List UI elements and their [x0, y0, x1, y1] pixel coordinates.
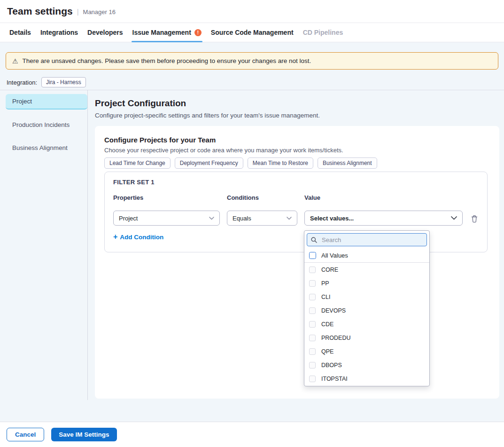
plus-icon: + [113, 233, 117, 241]
title-separator: | [77, 8, 79, 16]
page-title: Team settings [7, 6, 73, 17]
tab-source-code-management-label: Source Code Management [211, 29, 294, 36]
value-dropdown-popup: All Values CORE PP CLI DEVOPS CDE PRODED… [304, 230, 430, 386]
checkbox-cli[interactable] [309, 294, 316, 300]
trash-icon [471, 215, 478, 223]
chevron-down-icon [287, 217, 292, 220]
chip-mean-time-to-restore[interactable]: Mean Time to Restore [248, 157, 313, 169]
sidebar-item-business-alignment-label: Business Alignment [12, 144, 68, 151]
value-select-placeholder: Select values... [310, 215, 354, 222]
delete-condition-button[interactable] [469, 213, 480, 224]
chip-lead-time-for-change[interactable]: Lead Time for Change [104, 157, 171, 169]
option-itopstai-label: ITOPSTAI [321, 376, 348, 382]
card-subtitle: Choose your respective project or code a… [104, 147, 343, 154]
sidebar-item-business-alignment[interactable]: Business Alignment [6, 140, 87, 156]
option-pp-label: PP [321, 280, 329, 287]
configure-projects-card: Configure Projects for your Team Choose … [95, 126, 499, 399]
checkbox-core[interactable] [309, 267, 316, 273]
tab-developers[interactable]: Developers [87, 23, 123, 42]
option-all-values-label: All Values [321, 252, 348, 259]
tab-bar: Details Integrations Developers Issue Ma… [0, 23, 504, 42]
checkbox-pp[interactable] [309, 280, 316, 287]
alert-badge-icon: ! [194, 29, 202, 36]
option-pipe[interactable]: PIPE [304, 385, 429, 386]
panel-divider [0, 90, 504, 90]
column-header-properties: Properties [113, 194, 143, 201]
footer-bar: Cancel Save IM Settings [0, 422, 504, 447]
sidebar-item-production-incidents[interactable]: Production Incidents [6, 117, 87, 133]
option-cli[interactable]: CLI [304, 290, 429, 304]
tab-developers-label: Developers [87, 29, 123, 36]
team-name-label: Manager 16 [83, 7, 116, 16]
checkbox-all-values[interactable] [309, 252, 316, 259]
value-select[interactable]: Select values... [304, 211, 463, 226]
property-select-value: Project [119, 215, 138, 222]
checkbox-cde[interactable] [309, 321, 316, 328]
option-pp[interactable]: PP [304, 276, 429, 290]
section-title: Project Configuration [95, 98, 186, 109]
metric-chips-row: Lead Time for Change Deployment Frequenc… [104, 157, 377, 169]
option-core[interactable]: CORE [304, 263, 429, 276]
tab-details-label: Details [9, 29, 31, 36]
sidebar-item-project-label: Project [12, 98, 32, 105]
option-dbops-label: DBOPS [321, 362, 342, 369]
chevron-down-icon [209, 217, 214, 220]
cancel-button[interactable]: Cancel [7, 428, 44, 441]
option-devops-label: DEVOPS [321, 307, 346, 314]
property-select[interactable]: Project [113, 211, 220, 226]
save-im-settings-button[interactable]: Save IM Settings [51, 428, 116, 441]
checkbox-dbops[interactable] [309, 362, 316, 369]
condition-select-value: Equals [233, 215, 251, 222]
integration-label: Integration: [7, 79, 37, 86]
tab-issue-management[interactable]: Issue Management ! [132, 23, 202, 42]
checkbox-qpe[interactable] [309, 348, 316, 355]
tab-source-code-management[interactable]: Source Code Management [211, 23, 294, 42]
filter-set-box: FILTER SET 1 Properties Conditions Value… [104, 172, 488, 252]
checkbox-devops[interactable] [309, 307, 316, 314]
tab-cd-pipelines: CD Pipelines [303, 23, 343, 42]
add-condition-label: Add Condition [120, 234, 163, 241]
checkbox-itopstai[interactable] [309, 376, 316, 382]
option-cli-label: CLI [321, 294, 330, 300]
integration-chip[interactable]: Jira - Harness [41, 77, 86, 87]
tab-integrations[interactable]: Integrations [40, 23, 78, 42]
tab-integrations-label: Integrations [40, 29, 78, 36]
page-header: Team settings | Manager 16 [0, 0, 504, 23]
column-header-conditions: Conditions [227, 194, 259, 201]
banner-message: There are unsaved changes. Please save t… [23, 57, 311, 64]
column-header-value: Value [304, 194, 320, 201]
option-qpe-label: QPE [321, 348, 333, 355]
chevron-down-icon [451, 216, 457, 220]
option-core-label: CORE [321, 267, 338, 273]
integration-row: Integration: Jira - Harness [7, 77, 86, 87]
option-dbops[interactable]: DBOPS [304, 358, 429, 372]
dropdown-search-input[interactable] [307, 233, 427, 246]
sidebar-item-project[interactable]: Project [6, 94, 87, 110]
sidebar-item-production-incidents-label: Production Incidents [12, 121, 70, 128]
page: Team settings | Manager 16 Details Integ… [0, 0, 504, 447]
search-icon [311, 237, 317, 243]
option-cde[interactable]: CDE [304, 317, 429, 331]
option-prodedu-label: PRODEDU [321, 335, 351, 341]
option-all-values[interactable]: All Values [304, 248, 429, 263]
option-qpe[interactable]: QPE [304, 345, 429, 358]
chip-deployment-frequency[interactable]: Deployment Frequency [175, 157, 243, 169]
option-devops[interactable]: DEVOPS [304, 304, 429, 317]
checkbox-prodedu[interactable] [309, 335, 316, 341]
add-condition-button[interactable]: + Add Condition [113, 233, 163, 241]
dropdown-search-wrap [304, 231, 429, 248]
condition-select[interactable]: Equals [227, 211, 297, 226]
section-subtitle: Configure project-specific settings and … [95, 112, 320, 119]
option-prodedu[interactable]: PRODEDU [304, 331, 429, 345]
tab-cd-pipelines-label: CD Pipelines [303, 29, 343, 36]
warning-icon: ⚠ [12, 58, 18, 64]
sidebar-divider [87, 90, 88, 400]
filter-set-title: FILTER SET 1 [113, 179, 155, 186]
unsaved-changes-banner: ⚠ There are unsaved changes. Please save… [6, 52, 498, 70]
tab-issue-management-label: Issue Management [132, 29, 191, 36]
chip-business-alignment[interactable]: Business Alignment [318, 157, 377, 169]
card-title: Configure Projects for your Team [104, 136, 216, 144]
tab-details[interactable]: Details [9, 23, 31, 42]
option-itopstai[interactable]: ITOPSTAI [304, 372, 429, 385]
option-cde-label: CDE [321, 321, 333, 328]
